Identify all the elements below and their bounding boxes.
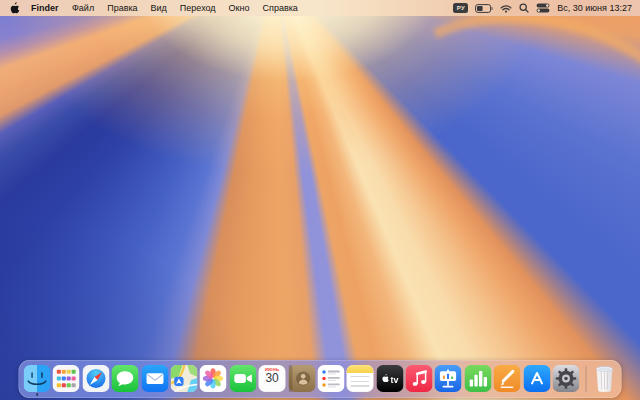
battery-icon[interactable] xyxy=(475,4,493,13)
dock-icon-safari[interactable] xyxy=(82,365,109,392)
dock-icon-trash[interactable] xyxy=(593,364,617,393)
calendar-day-label: 30 xyxy=(265,372,278,385)
running-indicator-dot xyxy=(36,393,39,396)
menu-item-edit[interactable]: Правка xyxy=(101,3,144,13)
dock-icon-notes[interactable] xyxy=(347,365,374,392)
wifi-icon[interactable] xyxy=(500,4,512,13)
dock-icon-photos[interactable] xyxy=(200,365,227,392)
control-center-icon[interactable] xyxy=(536,3,550,13)
dock-icon-reminders[interactable] xyxy=(317,365,344,392)
dock-icon-app-store[interactable] xyxy=(523,365,550,392)
menu-item-view[interactable]: Вид xyxy=(144,3,173,13)
menu-item-file[interactable]: Файл xyxy=(66,3,101,13)
dock-icon-numbers[interactable] xyxy=(464,365,491,392)
dock-icon-finder[interactable] xyxy=(24,365,51,392)
notes-icon-line xyxy=(351,385,370,386)
spotlight-search-icon[interactable] xyxy=(519,3,529,13)
active-app-menu[interactable]: Finder xyxy=(24,3,66,13)
dock-icon-music[interactable] xyxy=(406,365,433,392)
menu-item-window[interactable]: Окно xyxy=(222,3,256,13)
dock-icon-apple-tv[interactable]: tv xyxy=(376,365,403,392)
menu-item-go[interactable]: Переход xyxy=(173,3,222,13)
dock-icon-keynote[interactable] xyxy=(435,365,462,392)
input-source-badge[interactable]: РУ xyxy=(453,3,468,13)
dock: ИЮНЬ 30 xyxy=(19,360,622,398)
notes-icon-header xyxy=(347,365,374,373)
dock-icon-calendar[interactable]: ИЮНЬ 30 xyxy=(259,365,286,392)
menu-bar: Finder Файл Правка Вид Переход Окно Спра… xyxy=(0,0,640,16)
dock-separator xyxy=(586,366,587,392)
apple-menu-icon[interactable] xyxy=(9,2,20,14)
notes-icon-line xyxy=(351,381,370,382)
notes-icon-line xyxy=(351,376,370,377)
menu-bar-status-area: РУ xyxy=(453,3,632,13)
menu-item-help[interactable]: Справка xyxy=(256,3,304,13)
menu-bar-clock[interactable]: Вс, 30 июня 13:27 xyxy=(557,3,632,13)
dock-icon-pages[interactable] xyxy=(494,365,521,392)
dock-icon-facetime[interactable] xyxy=(229,365,256,392)
dock-icon-mail[interactable] xyxy=(141,365,168,392)
dock-icon-messages[interactable] xyxy=(112,365,139,392)
dock-icon-system-settings[interactable] xyxy=(553,365,580,392)
tv-label: tv xyxy=(390,375,398,385)
dock-icon-maps[interactable] xyxy=(170,365,197,392)
dock-icon-contacts[interactable] xyxy=(288,365,315,392)
dock-icon-launchpad[interactable] xyxy=(53,365,80,392)
